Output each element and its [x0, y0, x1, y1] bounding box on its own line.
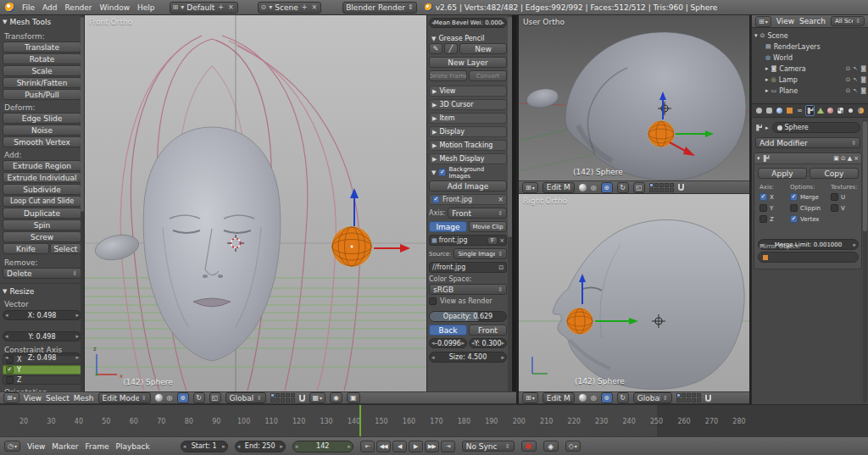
collapse-triangle-icon[interactable]: ▼ — [431, 169, 436, 176]
collapsed-triangle-icon[interactable]: ▶ — [432, 129, 437, 136]
unlink-icon[interactable]: × — [499, 237, 504, 244]
manipulator-rotate-icon[interactable]: ↻ — [193, 392, 205, 403]
increment-arrow-icon[interactable]: ▸ — [501, 19, 504, 26]
previous-keyframe-button[interactable]: ◀◀ — [376, 441, 391, 452]
editmode-toggle-icon[interactable]: ▲ — [848, 155, 852, 162]
expander-icon[interactable]: ▸ — [765, 76, 769, 83]
fake-user-button[interactable]: F — [487, 236, 498, 245]
section-motion-tracking[interactable]: ▶Motion Tracking — [429, 140, 507, 151]
tab-object[interactable] — [785, 105, 793, 116]
manipulator-translate-icon[interactable]: ⊕ — [601, 182, 613, 193]
tab-physics[interactable] — [857, 105, 865, 116]
collapse-triangle-icon[interactable]: ▼ — [3, 288, 7, 295]
object-chip[interactable]: Sphere — [772, 122, 860, 133]
viewport-shading-icon[interactable] — [579, 394, 587, 402]
folder-icon[interactable]: ⊡ — [498, 264, 504, 271]
head-model[interactable] — [565, 32, 746, 180]
image-datablock-field[interactable]: ▦ front.jpg F × — [429, 235, 507, 246]
head-model[interactable] — [553, 219, 744, 389]
pencil-icon[interactable]: ✎ — [429, 43, 442, 54]
render-engine-select[interactable]: Blender Render ⇕ — [342, 2, 416, 14]
mode-dropdown[interactable]: Edit Mode ⇕ — [98, 392, 151, 403]
opacity-slider[interactable]: Opacity: 0.629 — [429, 311, 507, 322]
render-toggle-icon[interactable]: ▣ — [833, 155, 839, 162]
mirror-object-field[interactable] — [758, 252, 859, 263]
increment-arrow-icon[interactable]: ▸ — [853, 241, 856, 248]
axis-y-checkbox[interactable]: Y — [760, 204, 773, 212]
keying-set-icon[interactable]: ◈ — [543, 441, 559, 452]
layers-widget[interactable] — [649, 183, 674, 192]
editor-type-button[interactable]: ⊞▾ — [522, 182, 538, 193]
extrude-region-button[interactable]: Extrude Region — [3, 160, 81, 171]
orientation-dropdown[interactable]: Global ⇕ — [225, 392, 266, 403]
outliner-item-camera[interactable]: ▸ ◙ Camera ⊙↖◙ — [752, 64, 868, 74]
timeline-ruler[interactable]: 2030405060708090100110120130140150160170… — [0, 404, 868, 436]
editor-type-button[interactable]: ⊞▾ — [755, 16, 771, 27]
outliner-item-lamp[interactable]: ▸ ◎ Lamp ⊙↖◙ — [752, 75, 868, 85]
collapsed-triangle-icon[interactable]: ▶ — [432, 115, 437, 122]
collapse-triangle-icon[interactable]: ▼ — [3, 19, 7, 25]
menu-file[interactable]: File — [22, 3, 35, 12]
modifier-panel-header[interactable]: ▾ ▣ ⊙ ▲ × — [754, 153, 861, 164]
collapsed-triangle-icon[interactable]: ▶ — [432, 156, 437, 163]
front-button[interactable]: Front — [469, 325, 507, 336]
tab-scene[interactable] — [765, 105, 773, 116]
push-pull-button[interactable]: Push/Pull — [3, 89, 81, 100]
editor-type-button[interactable]: ◷▾ — [4, 441, 20, 452]
snap-element-dropdown[interactable]: ▦▾ — [309, 392, 326, 403]
pivot-icon[interactable]: ◎ — [591, 394, 597, 402]
vector-x-field[interactable]: ◂X: 0.498▸ — [3, 310, 81, 320]
selected-sphere-object[interactable] — [567, 308, 593, 334]
tab-constraints[interactable]: ∞ — [795, 105, 804, 116]
scrollbar[interactable] — [81, 15, 84, 391]
manipulator-translate-icon[interactable]: ⊕ — [601, 392, 613, 403]
play-reverse-button[interactable]: ◀ — [392, 441, 407, 452]
scrollbar[interactable] — [508, 15, 512, 391]
offset-x-field[interactable]: ◂-0.0996▸ — [429, 338, 467, 348]
tab-object-data[interactable] — [816, 105, 825, 116]
merge-checkbox[interactable]: Merge — [790, 193, 819, 201]
line-icon[interactable]: ╱ — [444, 43, 458, 54]
close-icon[interactable]: × — [854, 155, 859, 162]
manipulator-scale-icon[interactable]: ◱ — [633, 182, 645, 193]
axis-dropdown[interactable]: Front ⇕ — [448, 208, 507, 219]
menu-view[interactable]: View — [27, 442, 45, 451]
collapsed-triangle-icon[interactable]: ▶ — [432, 88, 437, 95]
manipulator-scale-icon[interactable]: ◱ — [209, 392, 221, 403]
decrement-arrow-icon[interactable]: ◂ — [431, 19, 435, 26]
blender-logo-icon[interactable] — [5, 3, 14, 12]
visibility-toggle-icon[interactable]: ⊙ — [841, 155, 846, 162]
editor-type-button[interactable]: ⊞▾ — [522, 392, 538, 403]
scale-button[interactable]: Scale — [3, 65, 81, 76]
menu-view[interactable]: View — [24, 394, 42, 402]
noise-button[interactable]: Noise — [3, 125, 81, 136]
collapsed-triangle-icon[interactable]: ▶ — [432, 102, 437, 108]
selectability-icon[interactable]: ↖ — [853, 65, 858, 72]
texture-u-checkbox[interactable]: U — [831, 193, 845, 201]
checkbox-icon[interactable] — [429, 297, 437, 305]
loop-cut-button[interactable]: Loop Cut and Slide — [3, 196, 81, 207]
panel-mesh-tools[interactable]: ▼ Mesh Tools — [3, 18, 51, 26]
orientation-dropdown[interactable]: Global ⇕ — [633, 392, 672, 403]
menu-search[interactable]: Search — [799, 17, 826, 25]
spin-button[interactable]: Spin — [3, 219, 81, 230]
outliner-item-plane[interactable]: ▸ ▭ Plane ⊙↖◙ — [752, 86, 868, 96]
tab-world[interactable] — [775, 105, 783, 116]
view-as-render-row[interactable]: View as Render — [429, 297, 507, 305]
apply-button[interactable]: Apply — [758, 168, 807, 179]
tab-texture[interactable] — [837, 105, 845, 116]
outliner-item-world[interactable]: ◍ World — [752, 53, 868, 63]
scrollbar-thumb[interactable] — [863, 121, 867, 231]
expander-icon[interactable]: ▾ — [754, 32, 758, 39]
section-mesh-display[interactable]: ▶Mesh Display — [429, 153, 507, 164]
layers-widget[interactable] — [676, 393, 701, 402]
checkbox-icon[interactable] — [432, 196, 440, 203]
decrement-arrow-icon[interactable]: ◂ — [431, 354, 435, 361]
screen-layout-selector[interactable]: ⊞ ▾ Default + × — [170, 2, 238, 14]
viewport-shading-icon[interactable] — [155, 394, 163, 402]
tab-material[interactable] — [826, 105, 835, 116]
tab-modifiers[interactable] — [805, 105, 814, 116]
smooth-vertex-button[interactable]: Smooth Vertex — [3, 136, 81, 147]
pivot-icon[interactable]: ◎ — [167, 394, 173, 402]
ear-object[interactable] — [93, 231, 142, 264]
